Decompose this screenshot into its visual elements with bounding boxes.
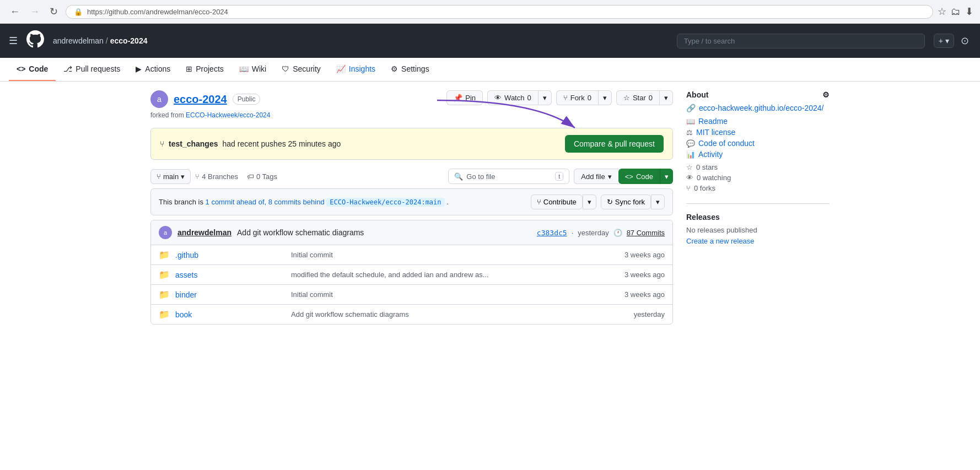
- code-ref-badge: ECCO-Hackweek/ecco-2024:main: [326, 198, 444, 207]
- avatar: a: [150, 90, 168, 108]
- security-icon: 🔒: [74, 8, 83, 16]
- nav-actions[interactable]: ▶ Actions: [128, 58, 178, 81]
- branches-count-label: 4 Branches: [202, 172, 238, 181]
- fork-button[interactable]: ⑂ Fork 0: [556, 90, 599, 105]
- nav-security[interactable]: 🛡 Security: [274, 58, 329, 81]
- file-time: 3 weeks ago: [610, 290, 665, 299]
- back-button[interactable]: ←: [7, 5, 23, 19]
- url-text: https://github.com/andrewdelman/ecco-202…: [87, 8, 228, 16]
- file-name-link[interactable]: assets: [175, 271, 286, 279]
- website-link[interactable]: 🔗 ecco-hackweek.github.io/ecco-2024/: [686, 104, 830, 112]
- fork-dropdown[interactable]: ▾: [599, 90, 612, 105]
- readme-link[interactable]: Readme: [698, 117, 728, 126]
- file-time: 3 weeks ago: [610, 251, 665, 259]
- eye-sidebar-icon: 👁: [686, 174, 693, 182]
- nav-pr-label: Pull requests: [76, 64, 120, 73]
- branches-count[interactable]: ⑂ 4 Branches: [195, 172, 238, 181]
- nav-settings[interactable]: ⚙ Settings: [383, 58, 437, 81]
- forked-from: forked from ECCO-Hackweek/ecco-2024: [150, 111, 270, 119]
- book-icon: 📖: [686, 117, 695, 126]
- star-dropdown[interactable]: ▾: [660, 90, 673, 105]
- contribute-dropdown[interactable]: ▾: [583, 195, 596, 209]
- license-link[interactable]: MIT license: [696, 128, 735, 137]
- branch-selector[interactable]: ⑂ main ▾: [150, 169, 191, 184]
- file-name-link[interactable]: .github: [175, 251, 286, 260]
- pin-button[interactable]: 📌 Pin: [446, 90, 483, 105]
- star-icon: ☆: [623, 94, 630, 102]
- insights-icon: 📈: [336, 64, 346, 73]
- sync-dropdown[interactable]: ▾: [651, 195, 665, 209]
- file-table-header: a andrewdelman Add git workflow schemati…: [151, 220, 672, 245]
- annotation-container: ⑂ test_changes had recent pushes 25 minu…: [150, 128, 673, 160]
- ahead-link[interactable]: 1 commit ahead of,: [206, 198, 267, 206]
- forward-button[interactable]: →: [26, 5, 43, 19]
- activity-icon: 📊: [686, 150, 695, 159]
- commit-hash-link[interactable]: c383dc5: [537, 229, 567, 237]
- commit-author-avatar: a: [159, 226, 172, 239]
- ahead-behind-text: This branch is 1 commit ahead of, 8 comm…: [159, 198, 449, 206]
- code-dropdown-button[interactable]: ▾: [660, 169, 673, 184]
- repo-link[interactable]: ecco-2024: [110, 36, 148, 45]
- code-button[interactable]: <> Code: [618, 169, 660, 184]
- plus-icon: +: [939, 36, 943, 45]
- breadcrumb: andrewdelman / ecco-2024: [53, 36, 147, 45]
- activity-icon[interactable]: ⊙: [959, 33, 971, 49]
- commits-count-link[interactable]: 87 Commits: [627, 229, 665, 237]
- gear-icon[interactable]: ⚙: [822, 90, 830, 99]
- tags-count[interactable]: 🏷 0 Tags: [247, 172, 277, 181]
- nav-code-label: Code: [29, 64, 48, 73]
- file-name-link[interactable]: binder: [175, 290, 286, 299]
- push-banner: ⑂ test_changes had recent pushes 25 minu…: [150, 128, 673, 160]
- file-row: 📁 binder Initial commit 3 weeks ago: [151, 285, 672, 305]
- refresh-button[interactable]: ↻: [46, 4, 61, 19]
- repo-nav: <> Code ⎇ Pull requests ▶ Actions ⊞ Proj…: [0, 58, 980, 82]
- contribute-button[interactable]: ⑂ Contribute: [531, 195, 583, 209]
- commit-info: c383dc5 · yesterday 🕐 87 Commits: [537, 229, 665, 237]
- add-file-button[interactable]: Add file ▾: [574, 169, 618, 184]
- repo-title-link[interactable]: ecco-2024: [174, 93, 227, 106]
- activity-link[interactable]: Activity: [698, 150, 723, 159]
- hamburger-menu[interactable]: ☰: [9, 35, 18, 47]
- nav-code[interactable]: <> Code: [9, 58, 56, 81]
- github-logo[interactable]: [26, 30, 44, 51]
- sync-fork-button[interactable]: ↻ Sync fork: [601, 195, 651, 209]
- address-bar[interactable]: 🔒 https://github.com/andrewdelman/ecco-2…: [66, 5, 933, 19]
- download-icon[interactable]: ⬇: [965, 6, 973, 18]
- search-input[interactable]: [677, 34, 925, 48]
- nav-pull-requests[interactable]: ⎇ Pull requests: [56, 58, 128, 81]
- conduct-link[interactable]: Code of conduct: [698, 139, 755, 148]
- branches-icon: ⑂: [195, 172, 200, 181]
- nav-projects[interactable]: ⊞ Projects: [178, 58, 231, 81]
- watch-dropdown[interactable]: ▾: [539, 90, 552, 105]
- forked-from-link[interactable]: ECCO-Hackweek/ecco-2024: [186, 111, 270, 119]
- compare-pull-request-button[interactable]: Compare & pull request: [565, 135, 664, 153]
- nav-insights[interactable]: 📈 Insights: [329, 58, 383, 81]
- pocket-icon[interactable]: 🗂: [951, 6, 961, 18]
- ahead-behind-bar: This branch is 1 commit ahead of, 8 comm…: [150, 188, 673, 215]
- owner-link[interactable]: andrewdelman: [53, 36, 104, 45]
- watch-count: 0: [527, 94, 531, 102]
- create-new-button[interactable]: + ▾: [934, 34, 954, 48]
- bookmark-icon[interactable]: ☆: [938, 6, 946, 18]
- commit-author-link[interactable]: andrewdelman: [177, 228, 231, 237]
- behind-link[interactable]: 8 commits behind: [268, 198, 325, 206]
- commit-separator: ·: [572, 229, 574, 237]
- main-content: a ecco-2024 Public forked from ECCO-Hack…: [137, 82, 843, 333]
- folder-icon: 📁: [159, 250, 170, 260]
- file-name-link[interactable]: book: [175, 310, 286, 319]
- nav-wiki[interactable]: 📖 Wiki: [231, 58, 274, 81]
- star-button[interactable]: ☆ Star 0: [616, 90, 660, 105]
- balance-icon: ⚖: [686, 128, 693, 137]
- ab-suffix: .: [446, 198, 449, 206]
- link-icon: 🔗: [686, 104, 696, 112]
- create-release-link[interactable]: Create a new release: [686, 237, 755, 245]
- file-time: yesterday: [610, 310, 665, 318]
- watch-button[interactable]: 👁 Watch 0: [487, 90, 539, 105]
- settings-icon: ⚙: [391, 64, 398, 73]
- branch-dropdown-icon: ▾: [181, 172, 185, 181]
- star-label: Star: [633, 94, 646, 102]
- go-to-file-input[interactable]: 🔍 Go to file t: [448, 169, 569, 184]
- fork-group: ⑂ Fork 0 ▾: [556, 90, 612, 105]
- conduct-icon: 💬: [686, 139, 695, 148]
- contribute-group: ⑂ Contribute ▾: [531, 195, 596, 209]
